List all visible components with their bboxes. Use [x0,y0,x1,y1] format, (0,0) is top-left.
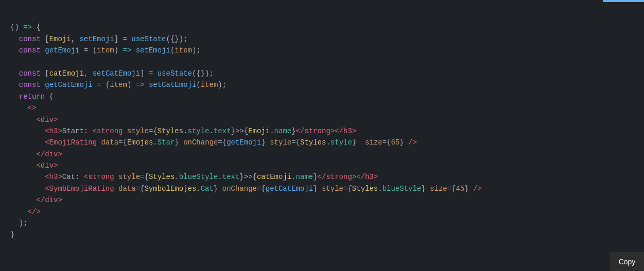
code-container: () => { const [Emoji, setEmoji] = useSta… [0,0,644,271]
code-line-1: () [10,23,23,31]
copy-button[interactable]: Copy [610,252,644,271]
code-block: () => { const [Emoji, setEmoji] = useSta… [10,10,634,252]
top-bar-accent [603,0,644,2]
